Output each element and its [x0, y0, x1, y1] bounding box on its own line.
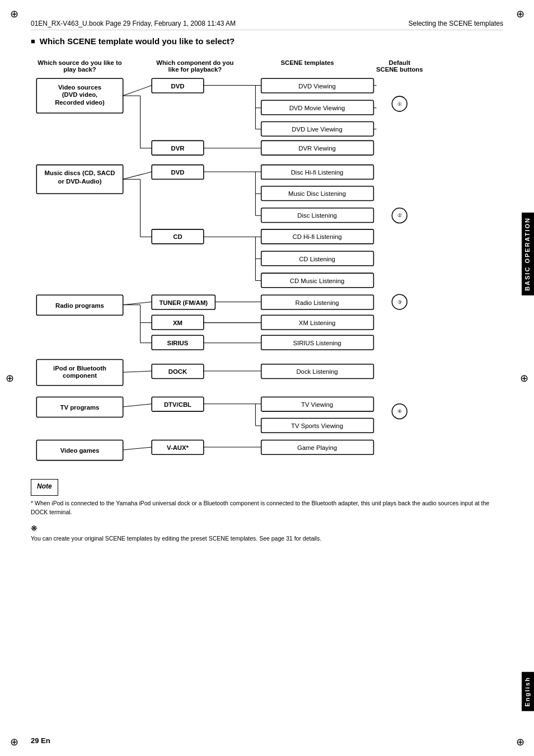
svg-text:④: ④: [397, 408, 402, 414]
svg-text:③: ③: [397, 299, 402, 305]
file-info: 01EN_RX-V463_U.book Page 29 Friday, Febr…: [31, 20, 236, 27]
svg-text:component: component: [63, 372, 97, 379]
note-section: Note * When iPod is connected to the Yam…: [31, 479, 503, 543]
note-title: Note: [37, 482, 52, 490]
corner-mark-br: ⊕: [512, 734, 528, 750]
svg-text:like for playback?: like for playback?: [168, 66, 222, 73]
svg-text:Music Disc Listening: Music Disc Listening: [288, 190, 346, 197]
svg-text:Dock Listening: Dock Listening: [296, 368, 338, 375]
svg-text:CD: CD: [173, 233, 182, 240]
svg-text:DVD: DVD: [171, 169, 185, 176]
svg-text:Game Playing: Game Playing: [297, 444, 337, 451]
svg-text:DVD: DVD: [171, 83, 185, 90]
svg-text:SCENE templates: SCENE templates: [281, 59, 334, 66]
svg-text:DTV/CBL: DTV/CBL: [164, 401, 191, 408]
svg-text:DVD Live Viewing: DVD Live Viewing: [292, 126, 342, 133]
svg-text:SCENE buttons: SCENE buttons: [376, 66, 423, 73]
tip-section: ❋ You can create your original SCENE tem…: [31, 523, 503, 543]
svg-text:(DVD video,: (DVD video,: [62, 91, 97, 98]
svg-text:Recorded video): Recorded video): [55, 99, 105, 106]
svg-text:CD Hi-fi Listening: CD Hi-fi Listening: [293, 233, 342, 240]
corner-mark-bl: ⊕: [6, 734, 22, 750]
main-content: Which SCENE template would you like to s…: [31, 36, 503, 728]
svg-text:TUNER (FM/AM): TUNER (FM/AM): [159, 299, 208, 306]
svg-text:XM: XM: [173, 320, 182, 326]
corner-mark-tl: ⊕: [6, 6, 22, 22]
svg-text:Which component do you: Which component do you: [156, 59, 233, 66]
svg-text:Default: Default: [389, 59, 411, 66]
svg-text:Video games: Video games: [60, 447, 100, 454]
svg-line-74: [123, 302, 152, 305]
svg-text:or DVD-Audio): or DVD-Audio): [58, 178, 102, 185]
svg-text:CD Music Listening: CD Music Listening: [290, 278, 344, 284]
svg-text:Radio Listening: Radio Listening: [296, 299, 339, 306]
svg-text:XM Listening: XM Listening: [299, 320, 335, 326]
svg-text:Disc Hi-fi Listening: Disc Hi-fi Listening: [291, 169, 344, 176]
section-title-header: Selecting the SCENE templates: [409, 20, 503, 27]
svg-text:CD Listening: CD Listening: [299, 256, 335, 262]
svg-text:TV Sports Viewing: TV Sports Viewing: [291, 422, 343, 429]
side-mark-left: ⊕: [6, 372, 14, 384]
svg-line-13: [123, 86, 152, 96]
note-asterisk-text: * When iPod is connected to the Yamaha i…: [31, 499, 503, 517]
svg-text:Disc Listening: Disc Listening: [297, 212, 336, 219]
svg-text:TV Viewing: TV Viewing: [301, 401, 333, 408]
svg-text:SIRIUS: SIRIUS: [167, 340, 189, 346]
svg-text:V-AUX*: V-AUX*: [167, 444, 189, 451]
svg-text:DVD Viewing: DVD Viewing: [298, 83, 335, 90]
svg-text:Which source do you like to: Which source do you like to: [38, 59, 121, 66]
top-header: 01EN_RX-V463_U.book Page 29 Friday, Febr…: [31, 20, 503, 30]
svg-text:Music discs (CD, SACD: Music discs (CD, SACD: [45, 170, 115, 176]
side-tab-basic-operation: BASIC OPERATION: [522, 213, 534, 295]
svg-text:DVR: DVR: [171, 145, 185, 152]
svg-text:Video sources: Video sources: [58, 84, 101, 91]
svg-line-40: [123, 172, 152, 179]
svg-text:DOCK: DOCK: [168, 368, 188, 375]
main-heading: Which SCENE template would you like to s…: [31, 36, 503, 46]
svg-text:①: ①: [397, 101, 402, 107]
svg-line-123: [123, 447, 152, 450]
svg-line-100: [123, 371, 152, 372]
svg-text:play back?: play back?: [63, 66, 96, 73]
page-number: 29 En: [31, 736, 50, 745]
corner-mark-tr: ⊕: [512, 6, 528, 22]
svg-text:SIRIUS Listening: SIRIUS Listening: [293, 340, 341, 346]
svg-text:DVR Viewing: DVR Viewing: [298, 145, 335, 152]
svg-text:iPod or Bluetooth: iPod or Bluetooth: [53, 365, 106, 372]
svg-line-108: [123, 404, 152, 407]
tip-icon: ❋: [31, 524, 38, 533]
svg-text:Radio programs: Radio programs: [55, 302, 104, 309]
svg-text:②: ②: [397, 213, 402, 218]
scene-diagram: Which source do you like to play back? W…: [31, 54, 503, 469]
side-mark-right: ⊕: [520, 372, 528, 384]
svg-text:DVD Movie Viewing: DVD Movie Viewing: [289, 105, 345, 111]
side-tab-english: English: [522, 672, 534, 711]
svg-text:TV programs: TV programs: [60, 404, 100, 411]
